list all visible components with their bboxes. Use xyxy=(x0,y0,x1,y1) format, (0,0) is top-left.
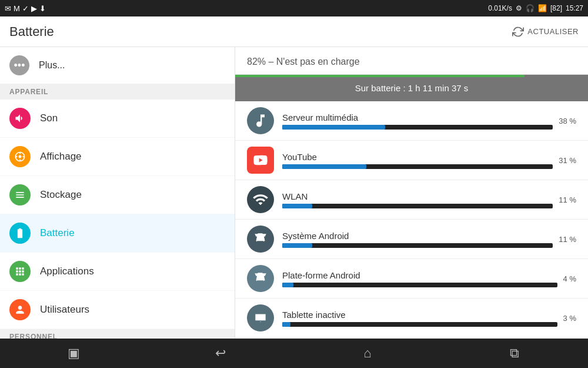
refresh-icon xyxy=(512,26,524,38)
app-icon xyxy=(247,147,274,174)
app-usage-bar xyxy=(282,283,557,287)
app-percentage: 11 % xyxy=(559,235,576,244)
app-list: Serveur multimédia 38 % YouTube 31 % WLA… xyxy=(235,101,588,338)
app-usage-bar xyxy=(282,125,553,130)
app-usage-bar xyxy=(282,204,553,208)
app-item[interactable]: Système Android 11 % xyxy=(235,220,588,259)
sidebar-item-son[interactable]: Son xyxy=(0,100,235,138)
nav-home-button[interactable]: ⌂ xyxy=(350,342,385,365)
utilisateurs-icon xyxy=(9,299,31,320)
app-info: YouTube xyxy=(282,152,553,169)
app-icon xyxy=(247,265,274,292)
sidebar-item-batterie[interactable]: Batterie xyxy=(0,214,235,253)
notification-icon-2: M xyxy=(14,4,20,13)
app-bar-fill xyxy=(282,283,293,287)
battery-indicator: [82] xyxy=(550,4,562,12)
sidebar: ••• Plus... APPAREIL Son Affichage Stock… xyxy=(0,47,235,339)
notification-icon-3: ✓ xyxy=(22,4,29,13)
app-icon xyxy=(247,304,274,331)
batterie-label: Batterie xyxy=(40,227,75,239)
app-usage-bar xyxy=(282,243,553,248)
app-bar-fill xyxy=(282,164,366,169)
main-layout: ••• Plus... APPAREIL Son Affichage Stock… xyxy=(0,47,588,339)
app-item[interactable]: YouTube 31 % xyxy=(235,141,588,180)
app-bar-fill xyxy=(282,243,312,248)
notification-icon-1: ✉ xyxy=(5,4,11,13)
app-item[interactable]: Tablette inactive 3 % xyxy=(235,299,588,338)
app-bar-fill xyxy=(282,125,385,130)
app-name: WLAN xyxy=(282,191,553,201)
more-icon: ••• xyxy=(9,55,29,75)
app-percentage: 3 % xyxy=(563,314,576,323)
app-info: Système Android xyxy=(282,231,553,248)
headset-icon: 🎧 xyxy=(526,4,534,12)
nav-overview-button[interactable]: ▣ xyxy=(56,342,91,365)
network-speed: 0.01K/s xyxy=(488,4,512,12)
home-icon: ⌂ xyxy=(363,346,371,361)
clock: 15:27 xyxy=(566,4,583,12)
app-usage-bar xyxy=(282,322,557,327)
app-icon xyxy=(247,107,274,134)
app-item[interactable]: Serveur multimédia 38 % xyxy=(235,101,588,141)
app-info: Plate-forme Android xyxy=(282,270,557,287)
utilisateurs-label: Utilisateurs xyxy=(40,304,89,316)
stockage-label: Stockage xyxy=(40,189,82,201)
app-bar-fill xyxy=(282,322,290,327)
section-header-personnel: PERSONNEL xyxy=(0,329,235,339)
app-percentage: 4 % xyxy=(563,274,576,283)
page-title: Batterie xyxy=(9,24,54,39)
sidebar-item-utilisateurs[interactable]: Utilisateurs xyxy=(0,291,235,329)
status-icons-left: ✉ M ✓ ▶ ⬇ xyxy=(5,4,46,13)
applications-label: Applications xyxy=(40,266,94,277)
bottom-nav: ▣ ↩ ⌂ ⧉ xyxy=(0,339,588,368)
affichage-label: Affichage xyxy=(40,151,82,163)
app-info: WLAN xyxy=(282,191,553,208)
battery-bar-fill xyxy=(235,75,524,77)
app-item[interactable]: Plate-forme Android 4 % xyxy=(235,259,588,299)
sidebar-item-applications[interactable]: Applications xyxy=(0,253,235,291)
battery-bar-container: Sur batterie : 1 h 11 min 37 s xyxy=(235,75,588,101)
battery-status-text: 82% – N'est pas en charge xyxy=(235,47,588,75)
status-right: 0.01K/s ⚙ 🎧 📶 [82] 15:27 xyxy=(488,4,583,12)
notification-icon-5: ⬇ xyxy=(39,4,46,13)
app-usage-bar xyxy=(282,164,553,169)
affichage-icon xyxy=(9,146,31,167)
more-label: Plus... xyxy=(39,60,65,71)
overview-icon: ▣ xyxy=(68,346,80,361)
app-percentage: 31 % xyxy=(559,156,576,165)
app-name: YouTube xyxy=(282,152,553,162)
app-info: Tablette inactive xyxy=(282,310,557,327)
back-icon: ↩ xyxy=(215,346,226,361)
title-bar: Batterie ACTUALISER xyxy=(0,16,588,47)
status-bar: ✉ M ✓ ▶ ⬇ 0.01K/s ⚙ 🎧 📶 [82] 15:27 xyxy=(0,0,588,16)
refresh-button[interactable]: ACTUALISER xyxy=(512,26,579,38)
app-name: Système Android xyxy=(282,231,553,241)
son-icon xyxy=(9,108,31,129)
sidebar-item-stockage[interactable]: Stockage xyxy=(0,176,235,214)
settings-icon: ⚙ xyxy=(516,4,522,12)
notification-icon-4: ▶ xyxy=(31,4,37,13)
app-name: Tablette inactive xyxy=(282,310,557,320)
app-icon xyxy=(247,226,274,253)
nav-back-button[interactable]: ↩ xyxy=(203,342,238,365)
wifi-icon: 📶 xyxy=(538,4,547,12)
app-percentage: 11 % xyxy=(559,195,576,204)
app-name: Plate-forme Android xyxy=(282,270,557,280)
nav-recents-button[interactable]: ⧉ xyxy=(497,342,532,365)
app-percentage: 38 % xyxy=(559,117,576,125)
recents-icon: ⧉ xyxy=(510,346,519,361)
applications-icon xyxy=(9,261,31,282)
son-label: Son xyxy=(40,112,58,124)
section-header-appareil: APPAREIL xyxy=(0,84,235,100)
sidebar-item-affichage[interactable]: Affichage xyxy=(0,138,235,176)
refresh-label: ACTUALISER xyxy=(527,27,579,36)
content-panel: 82% – N'est pas en charge Sur batterie :… xyxy=(235,47,588,339)
stockage-icon xyxy=(9,184,31,205)
battery-bar-text: Sur batterie : 1 h 11 min 37 s xyxy=(355,83,469,93)
app-name: Serveur multimédia xyxy=(282,112,553,122)
app-item[interactable]: WLAN 11 % xyxy=(235,180,588,220)
sidebar-more-item[interactable]: ••• Plus... xyxy=(0,47,235,84)
batterie-icon xyxy=(9,223,31,244)
app-icon xyxy=(247,186,274,213)
app-info: Serveur multimédia xyxy=(282,112,553,130)
